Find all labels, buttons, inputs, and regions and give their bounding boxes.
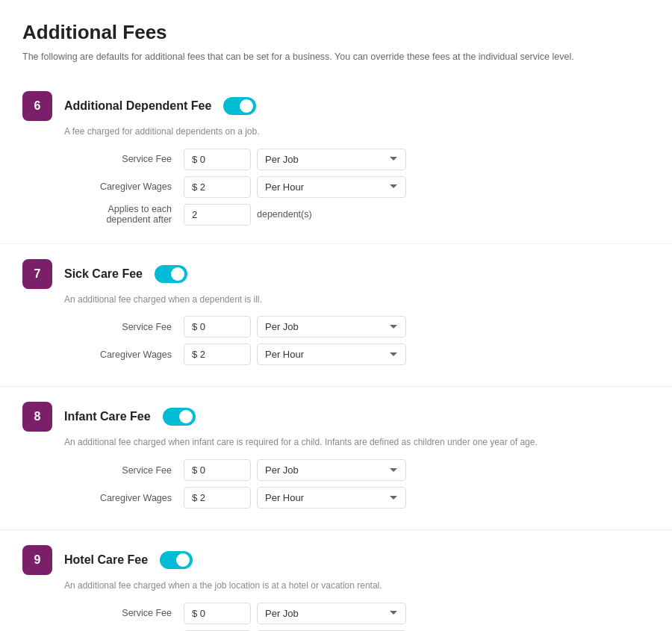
service-fee-input-6[interactable]: [184, 149, 251, 170]
service-fee-row-8: Service FeePer JobPer HourPer DayFlat Ra…: [64, 459, 650, 481]
service-fee-label-6: Service Fee: [64, 154, 184, 164]
fee-toggle-6[interactable]: [223, 97, 256, 115]
service-fee-label-7: Service Fee: [64, 322, 184, 332]
service-fee-input-7[interactable]: [184, 316, 251, 338]
caregiver-wages-unit-select-6[interactable]: Per JobPer HourPer DayFlat Rate: [257, 176, 406, 198]
caregiver-wages-unit-select-7[interactable]: Per JobPer HourPer DayFlat Rate: [257, 344, 406, 365]
caregiver-wages-row-6: Caregiver WagesPer JobPer HourPer DayFla…: [64, 176, 650, 198]
applies-suffix-6: dependent(s): [257, 209, 312, 220]
fee-title-area-8: Infant Care Fee: [64, 408, 196, 426]
service-fee-unit-select-9[interactable]: Per JobPer HourPer DayFlat Rate: [257, 603, 406, 624]
fee-header-9: 9Hotel Care Fee: [22, 545, 650, 575]
service-fee-row-7: Service FeePer JobPer HourPer DayFlat Ra…: [64, 316, 650, 338]
fee-section-8: 8Infant Care FeeAn additional fee charge…: [0, 387, 672, 530]
page-container: Additional Fees The following are defaul…: [0, 0, 672, 631]
fee-number-badge-7: 7: [22, 259, 52, 289]
service-fee-label-8: Service Fee: [64, 465, 184, 476]
service-fee-input-9[interactable]: [184, 603, 251, 624]
fee-toggle-8[interactable]: [163, 408, 196, 426]
fee-title-area-6: Additional Dependent Fee: [64, 97, 256, 115]
caregiver-wages-row-8: Caregiver WagesPer JobPer HourPer DayFla…: [64, 487, 650, 509]
service-fee-unit-select-6[interactable]: Per JobPer HourPer DayFlat Rate: [257, 149, 406, 170]
service-fee-group-9: Per JobPer HourPer DayFlat Rate: [184, 603, 406, 624]
fee-section-9: 9Hotel Care FeeAn additional fee charged…: [0, 530, 672, 631]
fee-toggle-7[interactable]: [155, 265, 187, 283]
fee-title-7: Sick Care Fee: [64, 267, 143, 281]
caregiver-wages-input-7[interactable]: [184, 344, 251, 365]
applies-row-6: Applies to each dependent afterdependent…: [64, 204, 650, 226]
caregiver-wages-group-6: Per JobPer HourPer DayFlat Rate: [184, 176, 406, 198]
fee-number-badge-6: 6: [22, 91, 52, 121]
fee-description-8: An additional fee charged when infant ca…: [64, 436, 650, 449]
service-fee-unit-select-8[interactable]: Per JobPer HourPer DayFlat Rate: [257, 459, 406, 481]
service-fee-input-8[interactable]: [184, 459, 251, 481]
fee-toggle-9[interactable]: [160, 551, 193, 569]
fee-number-badge-8: 8: [22, 402, 52, 432]
fee-header-8: 8Infant Care Fee: [22, 402, 650, 432]
fee-description-6: A fee charged for additional dependents …: [64, 125, 650, 138]
fee-section-7: 7Sick Care FeeAn additional fee charged …: [0, 244, 672, 388]
page-title: Additional Fees: [22, 21, 650, 44]
service-fee-group-8: Per JobPer HourPer DayFlat Rate: [184, 459, 406, 481]
service-fee-unit-select-7[interactable]: Per JobPer HourPer DayFlat Rate: [257, 316, 406, 338]
page-description: The following are defaults for additiona…: [22, 50, 650, 64]
caregiver-wages-input-8[interactable]: [184, 487, 251, 509]
service-fee-row-9: Service FeePer JobPer HourPer DayFlat Ra…: [64, 603, 650, 624]
fee-title-9: Hotel Care Fee: [64, 553, 148, 567]
fee-title-6: Additional Dependent Fee: [64, 99, 211, 113]
service-fee-label-9: Service Fee: [64, 608, 184, 618]
caregiver-wages-label-8: Caregiver Wages: [64, 493, 184, 503]
fee-number-badge-9: 9: [22, 545, 52, 575]
fee-section-6: 6Additional Dependent FeeA fee charged f…: [0, 76, 672, 244]
service-fee-group-6: Per JobPer HourPer DayFlat Rate: [184, 149, 406, 170]
fee-header-6: 6Additional Dependent Fee: [22, 91, 650, 121]
caregiver-wages-group-7: Per JobPer HourPer DayFlat Rate: [184, 344, 406, 365]
caregiver-wages-label-7: Caregiver Wages: [64, 349, 184, 360]
caregiver-wages-input-6[interactable]: [184, 176, 251, 198]
fee-description-7: An additional fee charged when a depende…: [64, 293, 650, 306]
fee-title-area-9: Hotel Care Fee: [64, 551, 193, 569]
caregiver-wages-unit-select-8[interactable]: Per JobPer HourPer DayFlat Rate: [257, 487, 406, 509]
caregiver-wages-row-7: Caregiver WagesPer JobPer HourPer DayFla…: [64, 344, 650, 365]
applies-label-6: Applies to each dependent after: [64, 204, 184, 225]
header-section: Additional Fees The following are defaul…: [0, 0, 672, 76]
caregiver-wages-group-8: Per JobPer HourPer DayFlat Rate: [184, 487, 406, 509]
service-fee-group-7: Per JobPer HourPer DayFlat Rate: [184, 316, 406, 338]
caregiver-wages-label-6: Caregiver Wages: [64, 181, 184, 192]
fees-container: 6Additional Dependent FeeA fee charged f…: [0, 76, 672, 631]
fee-description-9: An additional fee charged when a the job…: [64, 579, 650, 592]
service-fee-row-6: Service FeePer JobPer HourPer DayFlat Ra…: [64, 149, 650, 170]
fee-title-8: Infant Care Fee: [64, 410, 151, 423]
applies-input-6[interactable]: [184, 204, 251, 226]
fee-header-7: 7Sick Care Fee: [22, 259, 650, 289]
fee-title-area-7: Sick Care Fee: [64, 265, 187, 283]
